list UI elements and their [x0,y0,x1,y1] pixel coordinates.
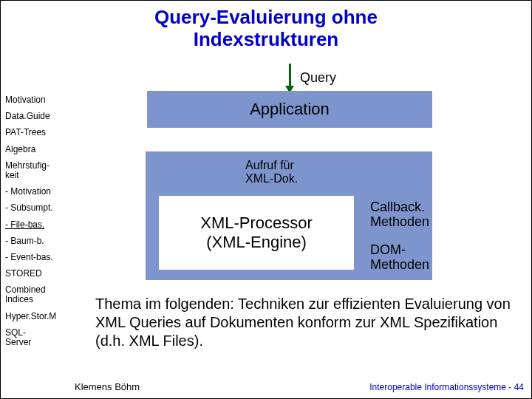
callback-label: Callback. Methoden [370,200,429,230]
dom-label: DOM- Methoden [370,243,429,273]
sidebar-item[interactable]: - Motivation [5,187,73,197]
outline-sidebar: Motivation Data.Guide PAT-Trees Algebra … [5,95,73,354]
dom-line2: Methoden [370,257,429,272]
sidebar-item[interactable]: PAT-Trees [5,128,73,137]
aufruf-line1: Aufruf für [245,159,294,171]
aufruf-label: Aufruf für XML-Dok. [245,159,298,185]
sidebar-item[interactable]: - Subsumpt. [5,203,73,213]
sidebar-item[interactable]: - Event-bas. [5,253,73,262]
callback-line2: Methoden [370,214,429,229]
sidebar-item[interactable]: - File-bas. [5,220,73,230]
sidebar-item[interactable]: - Baum-b. [5,236,73,246]
dom-line1: DOM- [370,242,406,257]
application-box: Application [147,91,432,128]
xml-proc-line2: (XML-Engine) [206,233,307,252]
callback-line1: Callback. [370,200,425,214]
thema-paragraph: Thema im folgenden: Techniken zur effizi… [95,295,524,350]
application-label: Application [250,100,330,119]
sidebar-item[interactable]: SQL- Server [5,328,73,347]
sidebar-item[interactable]: Hyper.Stor.M [5,312,73,321]
sidebar-item[interactable]: Combined Indices [5,285,73,304]
arrow-down-icon [289,64,291,86]
title-line2: Indexstrukturen [194,28,339,50]
xml-proc-line1: XML-Processor [200,214,313,233]
slide-title: Query-Evaluierung ohne Indexstrukturen [1,7,531,51]
footer-author: Klemens Böhm [75,381,140,392]
xml-processor-box: XML-Processor (XML-Engine) [159,196,354,270]
aufruf-line2: XML-Dok. [245,172,298,185]
sidebar-item[interactable]: Data.Guide [5,112,73,121]
sidebar-item[interactable]: STORED [5,269,73,279]
sidebar-item[interactable]: Algebra [5,145,73,154]
sidebar-item[interactable]: Motivation [5,95,73,105]
title-line1: Query-Evaluierung ohne [154,6,378,28]
query-label: Query [300,70,336,86]
sidebar-item[interactable]: Mehrstufig- keit [5,161,73,180]
footer-page: Interoperable Informationssysteme - 44 [369,382,524,392]
